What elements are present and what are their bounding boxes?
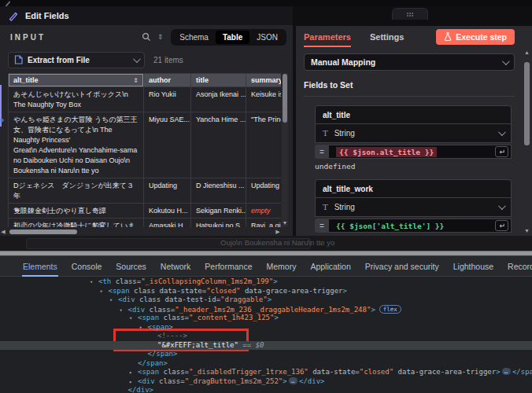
devtools-code-line[interactable]: ▾<span> xyxy=(0,323,532,332)
expression-text: {{ $json['alt_title'] }} xyxy=(336,222,444,230)
scrollbar-thumb[interactable] xyxy=(283,74,287,123)
column-header-author[interactable]: author xyxy=(144,74,191,87)
field-expression-row: = {{ $json.alt_title }} xyxy=(315,145,512,159)
code-token: "closed" xyxy=(206,287,240,295)
devtools-tab-lighthouse[interactable]: Lighthouse xyxy=(446,256,501,277)
input-source-label: Extract from File xyxy=(28,56,133,64)
cell-alt-title: あそんじゃいけないトイボックス\n The Naughty Toy Box xyxy=(9,87,144,112)
devtools-tab-memory[interactable]: Memory xyxy=(259,256,303,277)
screen: Edit Fields INPUT ⇕ Schema Table JSON Ex… xyxy=(0,0,532,393)
node-title: Edit Fields xyxy=(25,11,69,20)
devtools-tab-console[interactable]: Console xyxy=(65,256,109,277)
scrollbar-thumb[interactable] xyxy=(9,230,77,234)
parameters-panel: Parameters Settings Execute step Manual … xyxy=(296,26,532,236)
expand-ellipsis-icon[interactable]: … xyxy=(289,377,297,384)
cell-title: Sekigan Renki... xyxy=(191,204,246,219)
sort-toggle-icon[interactable]: ⇕ xyxy=(157,33,164,41)
backdrop-strip: Oujo\n Boukensha ni Naru\n tte yo xyxy=(0,236,532,251)
scroll-down-arrow-icon[interactable]: ▼ xyxy=(523,228,530,233)
panel-collapse-icon[interactable]: » xyxy=(0,115,4,124)
devtools-code-line[interactable]: ▾<span class data-state="closed" data-gr… xyxy=(0,287,532,296)
expression-equals-badge[interactable]: = xyxy=(315,145,329,159)
code-token: > xyxy=(496,368,500,376)
devtools-code: ▾<th class="_isCollapsingColumn_1ms2m_19… xyxy=(0,277,532,393)
devtools-tab-recorder[interactable]: Recorder xyxy=(501,256,532,277)
panel-drag-handle[interactable] xyxy=(392,8,428,20)
devtools-code-line[interactable]: <!----> xyxy=(0,332,532,341)
cell-title: Yancha Hime ... xyxy=(191,112,246,178)
expression-input[interactable]: {{ $json['alt_title'] }} xyxy=(329,219,512,233)
code-token: data-grace-area-trigger xyxy=(241,287,343,295)
devtools-panel: Elements Console Sources Network Perform… xyxy=(0,256,532,393)
devtools-code-line[interactable]: </span> xyxy=(0,350,532,359)
cell-alt-title: 初恋の少年は冷徹騎士に豹変していました 全力で告白されるなんて想定外です!! xyxy=(9,219,144,228)
code-token: data-test-id= xyxy=(161,296,220,303)
field-name-input[interactable]: alt_title_work xyxy=(315,179,512,198)
column-header-alt-title[interactable]: alt_title⇕ xyxy=(9,74,144,87)
tab-parameters[interactable]: Parameters xyxy=(304,26,351,47)
open-expression-editor-button[interactable] xyxy=(495,220,508,231)
cell-alt-title: やんちゃ姫さまの大冒険 うちの第三王女、冒険者になるってよ\n The Naug… xyxy=(9,112,144,178)
devtools-code-line[interactable]: ▾<th class="_isCollapsingColumn_1ms2m_19… xyxy=(0,277,532,287)
tab-json[interactable]: JSON xyxy=(249,31,285,44)
cell-summary: empty xyxy=(246,204,282,219)
tab-table[interactable]: Table xyxy=(216,31,249,44)
devtools-tab-sources[interactable]: Sources xyxy=(109,256,153,277)
scrollbar-thumb[interactable] xyxy=(524,62,530,145)
pencil-icon xyxy=(8,10,19,21)
devtools-tab-privacy[interactable]: Privacy and security xyxy=(358,256,446,277)
mapping-mode-select[interactable]: Manual Mapping xyxy=(304,53,515,71)
devtools-code-line[interactable]: ▸<span class="_disabledTrigger_1trxe_136… xyxy=(0,368,532,377)
code-token: data-state= xyxy=(308,368,360,376)
search-icon[interactable] xyxy=(142,32,151,42)
parameters-tab-bar: Parameters Settings Execute step xyxy=(296,26,532,47)
field-type-select[interactable]: T String xyxy=(315,198,512,217)
scroll-up-arrow-icon[interactable]: ▲ xyxy=(523,50,530,55)
scroll-right-arrow-icon[interactable]: ▶ xyxy=(275,229,281,235)
column-header-title[interactable]: title xyxy=(191,74,246,87)
scroll-left-arrow-icon[interactable]: ◀ xyxy=(0,229,6,235)
cell-summary: Keisuke is a xyxy=(246,87,282,112)
devtools-code-line[interactable]: "&#xFEFF;alt_title" == $0 xyxy=(0,341,532,351)
table-row: Dジェネシス ダンジョンが出来て３年 Updating D Jieneshisu… xyxy=(9,178,282,204)
tab-settings[interactable]: Settings xyxy=(370,26,404,47)
code-token: "draggable" xyxy=(220,296,268,303)
parameters-scrollbar[interactable]: ▲ ▼ xyxy=(523,50,530,233)
field-expression-row: = {{ $json['alt_title'] }} xyxy=(315,219,512,233)
input-panel: INPUT ⇕ Schema Table JSON Extract from F… xyxy=(0,26,293,236)
devtools-code-line[interactable]: </span> xyxy=(0,359,532,369)
table-horizontal-scrollbar[interactable]: ◀ ▶ xyxy=(0,228,281,236)
input-panel-header: INPUT ⇕ Schema Table JSON xyxy=(0,26,293,48)
code-token: > xyxy=(273,277,277,285)
expression-input[interactable]: {{ $json.alt_title }} xyxy=(329,145,512,159)
table-vertical-scrollbar[interactable]: ▼ xyxy=(282,73,288,227)
devtools-code-line[interactable]: ▸<div class="_dragButton_1ms2m_252">…</d… xyxy=(0,377,532,387)
devtools-code-line[interactable]: ▾<div class="_header_1ms2m_236 _draggabl… xyxy=(0,305,532,314)
input-source-select[interactable]: Extract from File xyxy=(8,52,145,68)
view-mode-switch: Schema Table JSON xyxy=(171,29,286,46)
code-token: </div> xyxy=(299,377,325,385)
devtools-tab-performance[interactable]: Performance xyxy=(198,256,259,277)
field-type-select[interactable]: T String xyxy=(315,124,512,143)
execute-step-button[interactable]: Execute step xyxy=(436,29,515,45)
open-expression-editor-button[interactable] xyxy=(495,146,508,157)
expand-ellipsis-icon[interactable]: … xyxy=(502,368,511,375)
column-sort-icon[interactable]: ⇕ xyxy=(133,77,139,84)
fields-to-set-label: Fields to Set xyxy=(304,80,515,97)
expression-equals-badge[interactable]: = xyxy=(315,219,329,233)
devtools-code-line[interactable]: ▾<div class data-test-id="draggable"> xyxy=(0,296,532,305)
tab-schema[interactable]: Schema xyxy=(172,31,216,44)
devtools-code-line[interactable]: </div> xyxy=(0,386,532,393)
code-token: </div> xyxy=(128,386,154,393)
field-name-input[interactable]: alt_title xyxy=(315,105,512,124)
code-token: data-state= xyxy=(155,287,206,295)
code-token: class xyxy=(130,287,156,295)
code-token: class= xyxy=(155,377,185,385)
scroll-down-arrow-icon[interactable]: ▼ xyxy=(282,220,288,226)
column-header-summary[interactable]: summary xyxy=(246,74,282,87)
devtools-tab-elements[interactable]: Elements xyxy=(16,256,65,277)
devtools-code-line[interactable]: ▾<span class="_content_1h423_125"> xyxy=(0,314,532,323)
scrollbar-track[interactable] xyxy=(6,229,275,235)
devtools-tab-network[interactable]: Network xyxy=(153,256,198,277)
devtools-tab-application[interactable]: Application xyxy=(303,256,357,277)
